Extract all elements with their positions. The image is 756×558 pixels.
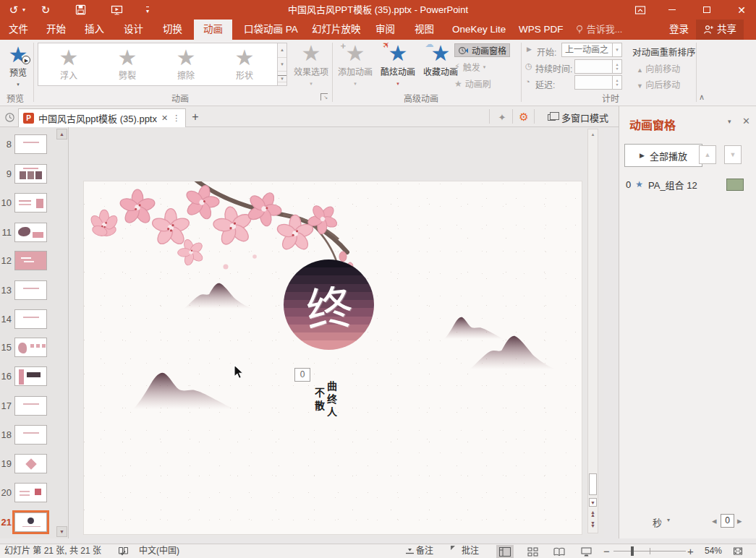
slide-thumbnail[interactable]: [14, 251, 47, 270]
slide-thumbnail[interactable]: [14, 164, 47, 184]
duration-spin-icons[interactable]: ▴▾: [612, 60, 621, 73]
gallery-item-split[interactable]: ★劈裂: [102, 47, 153, 81]
slide-row-10[interactable]: 10: [0, 191, 69, 215]
slide-row-19[interactable]: 19: [0, 452, 69, 476]
seconds-dropdown-icon[interactable]: ▾: [667, 517, 670, 523]
tab-view[interactable]: 视图: [412, 20, 437, 40]
slide-row-16[interactable]: 16: [0, 364, 69, 388]
start-select[interactable]: 上一动画之后 ▾: [561, 43, 622, 57]
tab-onekey[interactable]: OneKey Lite: [449, 20, 509, 40]
maximize-icon[interactable]: [695, 0, 719, 20]
tab-wps-pdf[interactable]: WPS PDF: [516, 20, 566, 40]
pane-close-icon[interactable]: ✕: [742, 116, 750, 126]
slide-row-15[interactable]: 15: [0, 335, 69, 359]
timeline-position-box[interactable]: 0: [721, 514, 734, 528]
slide-row-11[interactable]: 11: [0, 220, 69, 244]
slide-row-20[interactable]: 20: [0, 481, 69, 505]
tab-pocket-animation[interactable]: 口袋动画 PA: [241, 20, 301, 40]
gallery-item-wipe[interactable]: ★擦除: [161, 47, 211, 81]
gallery-scroll-up-icon[interactable]: ▴: [278, 43, 286, 58]
cool-animation-button[interactable]: ★✈ 酷炫动画 ▾: [378, 43, 418, 87]
comments-button[interactable]: 批注: [462, 544, 479, 558]
zoom-in-icon[interactable]: +: [687, 544, 694, 558]
view-slide-sorter-button[interactable]: [524, 545, 541, 558]
history-icon[interactable]: [3, 108, 16, 126]
language-indicator[interactable]: 中文(中国): [139, 544, 179, 558]
start-dropdown-icon[interactable]: ▾: [612, 43, 621, 56]
document-tab[interactable]: P 中国风古风ppt模板 (35).pptx ✕ ⋮: [18, 108, 186, 127]
tab-review[interactable]: 审阅: [373, 20, 398, 40]
delay-spin-icons[interactable]: ▴▾: [612, 76, 621, 89]
slide-row-18[interactable]: 18: [0, 423, 69, 447]
zoom-out-icon[interactable]: −: [603, 544, 610, 558]
previous-slide-icon[interactable]: ▲▲: [589, 511, 597, 517]
tab-slideshow[interactable]: 幻灯片放映: [309, 20, 364, 40]
tab-transitions[interactable]: 切换: [160, 20, 185, 40]
view-normal-button[interactable]: [496, 545, 514, 558]
slide-row-12[interactable]: 12: [0, 249, 69, 272]
animation-dialog-launcher-icon[interactable]: ↘: [320, 93, 328, 100]
animation-timeline-bar[interactable]: [726, 179, 744, 191]
duration-spinner[interactable]: ▴▾: [574, 59, 622, 74]
tab-home[interactable]: 开始: [43, 20, 69, 40]
slide-thumbnail[interactable]: [14, 280, 47, 300]
tab-insert[interactable]: 插入: [82, 20, 107, 40]
tab-design[interactable]: 设计: [121, 20, 146, 40]
gallery-item-shape[interactable]: ★形状: [219, 47, 270, 81]
delay-spinner[interactable]: ▴▾: [574, 75, 622, 90]
ribbon-display-options-icon[interactable]: [628, 0, 653, 20]
vertical-caption-text[interactable]: 曲终人 不散: [313, 381, 337, 468]
seconds-label[interactable]: 秒: [653, 515, 662, 529]
tab-menu-icon[interactable]: ⋮: [172, 113, 180, 123]
slide-row-9[interactable]: 9: [0, 162, 69, 186]
tell-me-box[interactable]: 告诉我...: [575, 20, 622, 40]
thumbnail-scroll-down-icon[interactable]: ▼: [56, 526, 67, 537]
animation-order-badge[interactable]: 0: [294, 368, 310, 382]
zoom-slider-thumb[interactable]: [631, 546, 634, 556]
slide-thumbnail[interactable]: [14, 223, 47, 242]
slide-row-17[interactable]: 17: [0, 394, 69, 418]
gallery-more-icon[interactable]: ▾: [278, 72, 286, 85]
collapse-ribbon-icon[interactable]: ∧: [699, 93, 705, 102]
view-slideshow-button[interactable]: [577, 545, 595, 558]
close-icon[interactable]: ✕: [729, 0, 754, 20]
pane-menu-icon[interactable]: ▾: [728, 118, 731, 125]
slide-thumbnail[interactable]: [14, 338, 47, 357]
fit-to-window-icon[interactable]: [732, 546, 744, 558]
gallery-item-float-in[interactable]: ★浮入: [43, 47, 94, 81]
share-button[interactable]: 共享: [696, 20, 744, 40]
minimize-icon[interactable]: [660, 0, 684, 20]
play-all-button[interactable]: ▶ 全部播放: [624, 144, 702, 167]
view-reading-button[interactable]: [551, 545, 568, 558]
slide-thumbnail[interactable]: [14, 366, 47, 386]
slide-thumbnail[interactable]: [14, 483, 47, 502]
slide-canvas[interactable]: 终 0 曲终人 不散: [83, 181, 582, 535]
login-button[interactable]: 登录: [666, 20, 692, 40]
cool-animation-dropdown-icon[interactable]: ▾: [396, 81, 399, 86]
title-seal-circle[interactable]: 终: [284, 259, 374, 350]
timeline-left-icon[interactable]: ◂: [712, 515, 717, 526]
thumbnail-scroll-up-icon[interactable]: ▲: [56, 129, 67, 140]
gallery-scrollbar[interactable]: ▴ ▾ ▾: [277, 43, 287, 86]
slide-counter[interactable]: 幻灯片 第 21 张, 共 21 张: [4, 544, 101, 558]
slide-thumbnail[interactable]: [14, 454, 47, 473]
multi-window-mode-button[interactable]: 多窗口模式: [538, 108, 618, 126]
tab-file[interactable]: 文件: [6, 20, 31, 40]
slide-thumbnail[interactable]: [14, 309, 47, 329]
next-slide-icon[interactable]: ▼▼: [589, 522, 597, 528]
animation-pane-button[interactable]: 动画窗格: [454, 43, 510, 57]
animation-list-item[interactable]: 0 ★ PA_组合 12: [619, 176, 756, 193]
timeline-right-icon[interactable]: ▸: [737, 515, 742, 526]
slide-scrollbar[interactable]: ▴ ▼ ▲▲ ▼▼: [587, 129, 598, 533]
tab-close-icon[interactable]: ✕: [161, 113, 168, 123]
preview-dropdown-icon[interactable]: ▾: [17, 82, 20, 87]
slide-row-14[interactable]: 14: [0, 307, 69, 331]
preview-button[interactable]: ★ ▶ 预览 ▾: [4, 44, 32, 88]
magic-wand-icon[interactable]: ✦: [493, 108, 511, 126]
scrollbar-thumb[interactable]: [589, 473, 597, 495]
slide-thumbnail[interactable]: [14, 193, 47, 213]
slide-thumbnail[interactable]: [14, 425, 47, 445]
settings-gear-icon[interactable]: ⚙: [515, 108, 532, 126]
new-tab-icon[interactable]: +: [188, 108, 203, 126]
slide-thumbnail[interactable]: [14, 396, 47, 416]
